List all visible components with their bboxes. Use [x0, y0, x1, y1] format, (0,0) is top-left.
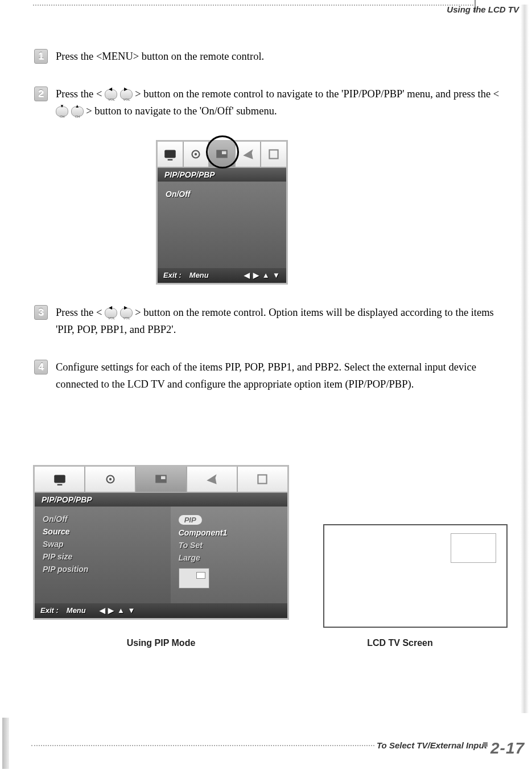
lcd-screen-preview	[323, 524, 508, 628]
step-number: 3	[34, 305, 48, 320]
svg-rect-1	[167, 159, 172, 160]
pip-inset	[451, 533, 496, 563]
osd-footer-menu: Menu	[189, 268, 209, 283]
osd-body: On/Off Source Swap PIP size PIP position…	[35, 507, 287, 603]
osd-left-item: Source	[43, 527, 171, 536]
osd-right-item: To Set	[179, 541, 279, 550]
step-3: 3 Press the < > button on the remote con…	[34, 304, 504, 338]
osd-menu-2: PIP/POP/PBP On/Off Source Swap PIP size …	[33, 465, 289, 620]
page-number: 2-17	[490, 739, 525, 758]
osd-left-item: Swap	[43, 540, 171, 549]
osd-tab-pip-icon	[136, 467, 187, 492]
osd-footer: Exit : Menu ◀ ▶ ▲ ▼	[158, 268, 286, 283]
bottom-figure-row: PIP/POP/PBP On/Off Source Swap PIP size …	[33, 465, 511, 648]
osd-item-onoff: On/Off	[166, 190, 278, 199]
step-2: 2 Press the < > button on the remote con…	[34, 85, 504, 120]
vol-left-icon	[105, 89, 117, 100]
caption-right: LCD TV Screen	[289, 638, 511, 648]
caption-left: Using PIP Mode	[33, 638, 289, 648]
svg-rect-12	[161, 476, 166, 479]
svg-rect-7	[54, 475, 65, 483]
osd-footer-menu: Menu	[67, 603, 86, 618]
osd-left-item: On/Off	[43, 514, 171, 524]
step-4-text: Configure settings for each of the items…	[56, 359, 504, 393]
osd-footer-arrows: ◀ ▶ ▲ ▼	[244, 268, 281, 283]
osd-right-item: Large	[179, 553, 279, 562]
svg-point-10	[109, 478, 112, 480]
svg-rect-13	[258, 475, 267, 483]
step-number: 2	[34, 87, 48, 101]
osd-tab-pip-icon	[209, 142, 236, 167]
step-2-text-b: > button on the remote control to naviga…	[135, 88, 499, 100]
osd-tab-tv-icon	[35, 467, 85, 492]
osd-tab-audio-icon	[236, 142, 262, 167]
osd-tab-tv-icon	[158, 142, 184, 167]
osd-footer-exit: Exit :	[40, 603, 59, 618]
svg-rect-5	[222, 151, 226, 154]
step-number: 1	[34, 49, 48, 64]
step-2-text: Press the < > button on the remote contr…	[56, 85, 504, 120]
step-3-text: Press the < > button on the remote contr…	[56, 304, 504, 338]
osd-frame: PIP/POP/PBP On/Off Exit : Menu ◀ ▶ ▲ ▼	[156, 140, 288, 285]
step-1-text: Press the <MENU> button on the remote co…	[56, 48, 264, 65]
left-gutter-bar	[2, 718, 9, 769]
vol-right-icon	[120, 89, 133, 100]
osd-left-item: PIP size	[43, 552, 171, 561]
svg-rect-8	[57, 484, 62, 485]
ch-up-icon	[71, 106, 84, 117]
vol-right-icon	[120, 308, 133, 318]
bottom-dotted-rule	[31, 745, 374, 746]
step-1: 1 Press the <MENU> button on the remote …	[34, 48, 504, 65]
top-dotted-rule	[33, 5, 473, 6]
osd-menu-1: PIP/POP/PBP On/Off Exit : Menu ◀ ▶ ▲ ▼	[156, 140, 288, 285]
footer-bullet	[483, 742, 488, 747]
osd-tab-other-icon	[261, 142, 286, 167]
svg-rect-6	[270, 150, 278, 158]
osd-body: On/Off	[158, 182, 286, 268]
osd-tab-setup-icon	[85, 467, 136, 492]
steps-container: 1 Press the <MENU> button on the remote …	[34, 48, 504, 413]
osd-tab-row	[35, 467, 287, 493]
svg-rect-0	[164, 150, 176, 158]
right-gutter	[521, 5, 529, 713]
osd-title: PIP/POP/PBP	[35, 493, 287, 507]
osd-tab-audio-icon	[187, 467, 238, 492]
osd-left-item: PIP position	[43, 565, 171, 574]
osd-right-item: PIP	[179, 514, 279, 525]
osd-footer-arrows: ◀ ▶ ▲ ▼	[100, 603, 136, 618]
ch-down-icon	[56, 106, 68, 117]
manual-page: { "header": { "section_label": "Using th…	[0, 0, 532, 778]
osd-footer-exit: Exit :	[163, 268, 182, 283]
step-number: 4	[34, 360, 48, 374]
section-header-label: Using the LCD TV	[447, 5, 519, 14]
pip-position-thumb	[179, 568, 209, 588]
step-4: 4 Configure settings for each of the ite…	[34, 359, 504, 393]
osd-tab-setup-icon	[184, 142, 210, 167]
step-3-text-a: Press the <	[56, 307, 102, 318]
osd-right-item: Component1	[179, 528, 279, 537]
osd-tab-row	[158, 142, 286, 168]
osd-footer: Exit : Menu ◀ ▶ ▲ ▼	[35, 603, 287, 618]
osd-tab-other-icon	[238, 467, 287, 492]
vol-left-icon	[105, 308, 117, 318]
osd-pill-pip: PIP	[179, 515, 202, 525]
svg-point-3	[195, 153, 197, 155]
osd-title: PIP/POP/PBP	[158, 168, 286, 182]
figure-captions: Using PIP Mode LCD TV Screen	[33, 638, 511, 648]
footer-section-label: To Select TV/External Input	[377, 740, 487, 750]
